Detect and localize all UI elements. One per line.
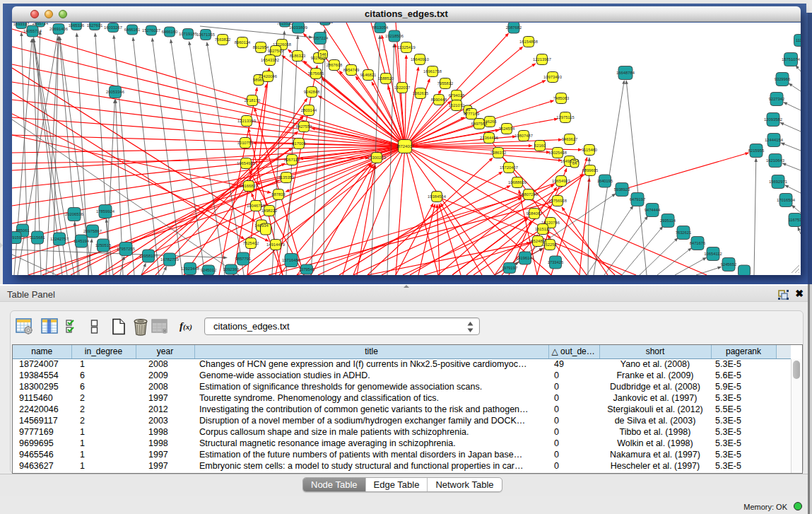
svg-text:22420046: 22420046 — [259, 74, 277, 78]
svg-text:1615112: 1615112 — [535, 227, 551, 231]
svg-text:1498222: 1498222 — [261, 209, 278, 213]
svg-text:2718170: 2718170 — [245, 98, 261, 103]
svg-text:8215955: 8215955 — [748, 148, 765, 153]
svg-text:6479197: 6479197 — [630, 197, 646, 201]
svg-text:7955812: 7955812 — [437, 81, 454, 86]
svg-text:3675685: 3675685 — [308, 71, 324, 76]
svg-text:7386372: 7386372 — [490, 151, 507, 155]
svg-text:1112: 1112 — [796, 38, 801, 42]
svg-text:18724007: 18724007 — [396, 144, 414, 148]
svg-text:2055724: 2055724 — [33, 23, 49, 25]
svg-text:6497568: 6497568 — [471, 122, 488, 126]
svg-text:17957255: 17957255 — [117, 247, 135, 251]
svg-text:16961758: 16961758 — [423, 69, 442, 74]
svg-text:15720407: 15720407 — [500, 165, 518, 170]
svg-text:8813054: 8813054 — [372, 25, 389, 30]
svg-text:9245012: 9245012 — [201, 268, 217, 272]
svg-text:16648784: 16648784 — [616, 71, 635, 75]
svg-text:1640195: 1640195 — [597, 179, 613, 183]
svg-text:12923448: 12923448 — [181, 267, 199, 271]
svg-text:16210643: 16210643 — [766, 158, 784, 163]
svg-text:8427552: 8427552 — [296, 124, 312, 129]
svg-text:16543382: 16543382 — [261, 58, 279, 62]
svg-text:9777169: 9777169 — [464, 112, 480, 116]
svg-text:1135359: 1135359 — [278, 175, 294, 180]
svg-text:546: 546 — [319, 52, 326, 57]
svg-text:12213967: 12213967 — [533, 57, 551, 62]
svg-text:15751074: 15751074 — [782, 57, 801, 62]
svg-text:116753: 116753 — [789, 218, 801, 222]
svg-text:7357224: 7357224 — [312, 36, 329, 40]
svg-text:140934: 140934 — [254, 223, 269, 228]
svg-text:10958107: 10958107 — [139, 254, 158, 258]
svg-text:15692971: 15692971 — [769, 180, 787, 184]
svg-text:8454749: 8454749 — [343, 68, 360, 72]
svg-text:7485063: 7485063 — [553, 96, 570, 100]
svg-text:6466160: 6466160 — [162, 30, 178, 34]
svg-text:9115460: 9115460 — [582, 148, 597, 152]
svg-text:8186323: 8186323 — [290, 54, 306, 58]
svg-text:10688609: 10688609 — [508, 180, 526, 185]
svg-text:14196141: 14196141 — [516, 256, 534, 260]
svg-text:17859924: 17859924 — [96, 209, 115, 214]
svg-text:16033267: 16033267 — [104, 25, 122, 30]
svg-text:18640910: 18640910 — [411, 57, 429, 62]
svg-text:9084067: 9084067 — [526, 211, 543, 216]
svg-text:12242757: 12242757 — [50, 237, 69, 241]
svg-text:12093582: 12093582 — [764, 117, 782, 122]
svg-text:21364436: 21364436 — [480, 136, 498, 140]
svg-text:19756928: 19756928 — [548, 199, 567, 203]
svg-text:7632621: 7632621 — [676, 230, 692, 235]
svg-text:14914479: 14914479 — [266, 243, 285, 247]
svg-text:20691406: 20691406 — [49, 27, 68, 31]
svg-text:8267110: 8267110 — [284, 158, 300, 162]
svg-text:9242848: 9242848 — [304, 90, 320, 94]
svg-text:19654923: 19654923 — [552, 179, 570, 183]
svg-text:9327503: 9327503 — [268, 49, 284, 53]
svg-text:15276027: 15276027 — [142, 28, 160, 33]
svg-text:20053346: 20053346 — [106, 90, 124, 94]
svg-text:10973493: 10973493 — [543, 75, 562, 79]
svg-text:62160: 62160 — [534, 144, 546, 148]
svg-text:6466161: 6466161 — [124, 28, 141, 32]
svg-text:9463627: 9463627 — [562, 137, 578, 141]
svg-text:9245652: 9245652 — [721, 262, 737, 267]
svg-text:8471676: 8471676 — [690, 241, 706, 245]
svg-text:16782759: 16782759 — [160, 257, 179, 262]
svg-text:7625402: 7625402 — [243, 241, 259, 245]
svg-text:817006: 817006 — [292, 141, 305, 146]
svg-text:8990448: 8990448 — [431, 98, 447, 102]
svg-text:885061: 885061 — [16, 228, 29, 233]
svg-text:9146821: 9146821 — [360, 73, 377, 77]
svg-text:17016504: 17016504 — [777, 198, 796, 202]
svg-text:20975867: 20975867 — [83, 229, 102, 233]
svg-text:10654112: 10654112 — [704, 252, 722, 256]
svg-text:16033809: 16033809 — [289, 25, 307, 30]
svg-text:11325419: 11325419 — [397, 45, 415, 49]
svg-text:8912954: 8912954 — [253, 45, 269, 49]
svg-text:13226058: 13226058 — [273, 42, 291, 47]
svg-text:16120746: 16120746 — [541, 221, 560, 225]
svg-text:8899695: 8899695 — [582, 168, 599, 173]
svg-text:1527601: 1527601 — [87, 23, 103, 28]
svg-text:12213369: 12213369 — [237, 119, 256, 123]
svg-text:1322037: 1322037 — [394, 86, 411, 90]
svg-text:9474444: 9474444 — [645, 208, 661, 212]
svg-text:10025438: 10025438 — [548, 151, 567, 155]
svg-text:9329966: 9329966 — [775, 77, 791, 81]
svg-text:10671355: 10671355 — [196, 33, 215, 37]
svg-text:2935114: 2935114 — [660, 218, 676, 223]
svg-text:1979197: 1979197 — [502, 266, 518, 270]
svg-text:2087682: 2087682 — [506, 25, 522, 30]
svg-text:16154808: 16154808 — [519, 40, 538, 44]
svg-text:12444154: 12444154 — [765, 138, 784, 142]
svg-text:39159: 39159 — [12, 235, 21, 240]
svg-text:19166827: 19166827 — [240, 184, 258, 188]
svg-text:1362615: 1362615 — [413, 91, 429, 95]
svg-text:6794028: 6794028 — [449, 93, 465, 98]
svg-text:9857791: 9857791 — [235, 257, 252, 261]
svg-text:15807249: 15807249 — [519, 192, 538, 197]
svg-text:10046738: 10046738 — [247, 204, 265, 208]
svg-text:7663822: 7663822 — [215, 37, 231, 42]
svg-text:887833: 887833 — [271, 192, 285, 197]
